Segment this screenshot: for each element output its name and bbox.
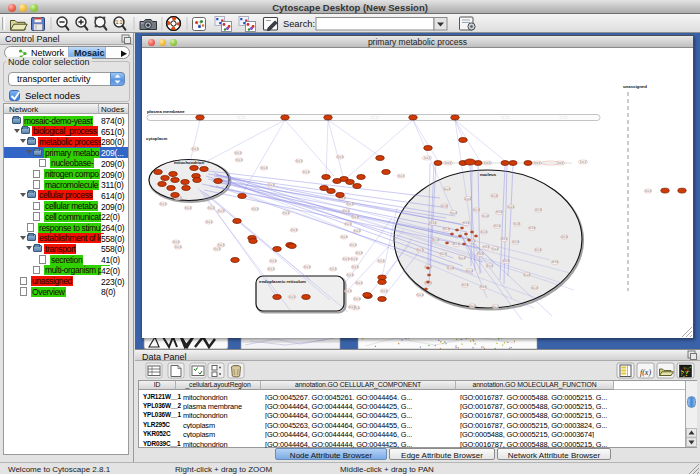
svg-text:tica d: tica d bbox=[352, 265, 359, 269]
svg-text:tica d: tica d bbox=[480, 285, 487, 289]
svg-text:tica d: tica d bbox=[508, 205, 515, 209]
svg-text:tica d: tica d bbox=[398, 174, 405, 178]
svg-text:tica d: tica d bbox=[417, 248, 424, 252]
svg-text:tica d: tica d bbox=[463, 221, 470, 225]
svg-text:tica d: tica d bbox=[208, 206, 215, 210]
svg-text:unassigned: unassigned bbox=[623, 84, 647, 89]
svg-text:tica d: tica d bbox=[192, 147, 199, 151]
svg-text:tica d: tica d bbox=[268, 183, 275, 187]
svg-text:tica d: tica d bbox=[483, 245, 490, 249]
svg-text:tica d: tica d bbox=[580, 160, 587, 164]
svg-text:tica d: tica d bbox=[447, 266, 454, 270]
svg-text:tica d: tica d bbox=[503, 259, 510, 263]
svg-text:tica d: tica d bbox=[289, 295, 296, 299]
svg-text:tica d: tica d bbox=[535, 208, 542, 212]
svg-text:tica d: tica d bbox=[512, 240, 519, 244]
svg-text:tica d: tica d bbox=[345, 222, 352, 226]
svg-text:plasma membrane: plasma membrane bbox=[147, 109, 185, 114]
svg-text:tica d: tica d bbox=[466, 269, 473, 273]
svg-text:tica d: tica d bbox=[356, 251, 363, 255]
svg-text:tica d: tica d bbox=[552, 260, 559, 264]
svg-text:tica d: tica d bbox=[303, 170, 310, 174]
svg-text:tica d: tica d bbox=[514, 222, 521, 226]
svg-text:tica d: tica d bbox=[491, 194, 498, 198]
svg-text:tica d: tica d bbox=[341, 235, 348, 239]
svg-text:tica d: tica d bbox=[354, 297, 361, 301]
svg-text:tica d: tica d bbox=[351, 257, 358, 261]
svg-text:tica d: tica d bbox=[218, 243, 225, 247]
svg-text:tica d: tica d bbox=[252, 207, 259, 211]
svg-text:tica d: tica d bbox=[354, 229, 361, 233]
svg-text:tica d: tica d bbox=[160, 202, 167, 206]
svg-text:tica d: tica d bbox=[450, 211, 457, 215]
svg-text:tica d: tica d bbox=[441, 204, 448, 208]
svg-text:tica d: tica d bbox=[381, 289, 388, 293]
svg-text:tica d: tica d bbox=[496, 210, 503, 214]
svg-text:tica d: tica d bbox=[214, 247, 221, 251]
svg-text:tica d: tica d bbox=[175, 245, 182, 249]
svg-text:tica d: tica d bbox=[529, 226, 536, 230]
svg-text:tica d: tica d bbox=[337, 155, 344, 159]
svg-text:tica d: tica d bbox=[481, 230, 488, 234]
svg-text:tica d: tica d bbox=[465, 197, 472, 201]
svg-text:tica d: tica d bbox=[473, 208, 480, 212]
svg-text:tica d: tica d bbox=[524, 273, 531, 277]
svg-text:tica d: tica d bbox=[492, 247, 499, 251]
svg-text:tica d: tica d bbox=[173, 240, 180, 244]
svg-text:tica d: tica d bbox=[185, 206, 192, 210]
svg-text:tica d: tica d bbox=[469, 304, 476, 308]
svg-text:tica d: tica d bbox=[347, 273, 354, 277]
svg-text:tica d: tica d bbox=[444, 187, 451, 191]
svg-text:tica d: tica d bbox=[236, 158, 243, 162]
svg-text:tica d: tica d bbox=[482, 214, 489, 218]
svg-text:tica d: tica d bbox=[453, 242, 460, 246]
svg-text:tica d: tica d bbox=[304, 265, 311, 269]
svg-text:cytoplasm: cytoplasm bbox=[146, 136, 167, 141]
svg-text:tica d: tica d bbox=[501, 237, 508, 241]
svg-text:tica d: tica d bbox=[283, 211, 290, 215]
svg-text:tica d: tica d bbox=[352, 215, 359, 219]
svg-text:tica d: tica d bbox=[494, 224, 501, 228]
svg-text:tica d: tica d bbox=[492, 305, 499, 309]
svg-text:tica d: tica d bbox=[349, 305, 356, 309]
svg-text:tica d: tica d bbox=[218, 209, 225, 213]
svg-text:tica d: tica d bbox=[345, 289, 352, 293]
svg-text:tica d: tica d bbox=[531, 286, 538, 290]
svg-text:tica d: tica d bbox=[378, 259, 385, 263]
svg-text:tica d: tica d bbox=[356, 281, 363, 285]
svg-text:tica d: tica d bbox=[343, 209, 350, 213]
svg-text:tica d: tica d bbox=[235, 151, 242, 155]
svg-text:tica d: tica d bbox=[443, 227, 450, 231]
svg-text:tica d: tica d bbox=[270, 259, 277, 263]
svg-text:tica d: tica d bbox=[261, 166, 268, 170]
svg-text:nucleus: nucleus bbox=[480, 172, 497, 177]
svg-text:tica d: tica d bbox=[206, 220, 213, 224]
svg-text:tica d: tica d bbox=[296, 159, 303, 163]
svg-text:tica d: tica d bbox=[350, 243, 357, 247]
svg-text:tica d: tica d bbox=[440, 252, 447, 256]
svg-text:tica d: tica d bbox=[561, 235, 568, 239]
svg-text:tica d: tica d bbox=[347, 202, 354, 206]
svg-text:tica d: tica d bbox=[343, 257, 350, 261]
svg-text:tica d: tica d bbox=[424, 156, 431, 160]
svg-text:tica d: tica d bbox=[459, 256, 466, 260]
svg-text:tica d: tica d bbox=[430, 221, 437, 225]
svg-text:tica d: tica d bbox=[645, 189, 652, 193]
svg-text:Search:: Search: bbox=[283, 19, 315, 29]
svg-text:f(x): f(x) bbox=[640, 368, 651, 377]
svg-text:tica d: tica d bbox=[432, 238, 439, 242]
svg-text:tica d: tica d bbox=[291, 228, 298, 232]
svg-text:tica d: tica d bbox=[535, 248, 542, 252]
svg-text:tica d: tica d bbox=[462, 283, 469, 287]
svg-text:tica d: tica d bbox=[477, 252, 484, 256]
svg-text:tica d: tica d bbox=[268, 267, 275, 271]
svg-text:tica d: tica d bbox=[486, 264, 493, 268]
svg-text:tica d: tica d bbox=[330, 267, 337, 271]
svg-text:(1:1): (1:1) bbox=[114, 20, 124, 25]
svg-text:tica d: tica d bbox=[417, 293, 424, 297]
